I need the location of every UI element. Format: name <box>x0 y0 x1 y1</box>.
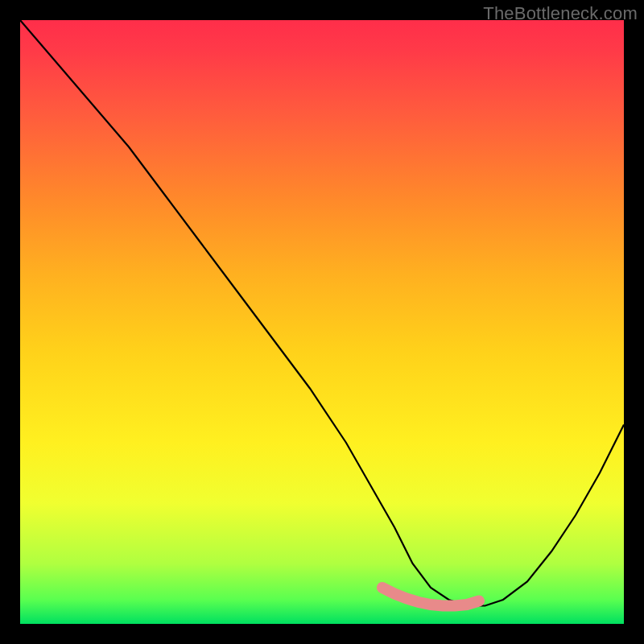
watermark-text: TheBottleneck.com <box>483 3 638 24</box>
highlight-segment <box>382 588 479 606</box>
chart-svg <box>20 20 624 624</box>
bottleneck-curve <box>20 20 624 606</box>
chart-plot-area <box>20 20 624 624</box>
